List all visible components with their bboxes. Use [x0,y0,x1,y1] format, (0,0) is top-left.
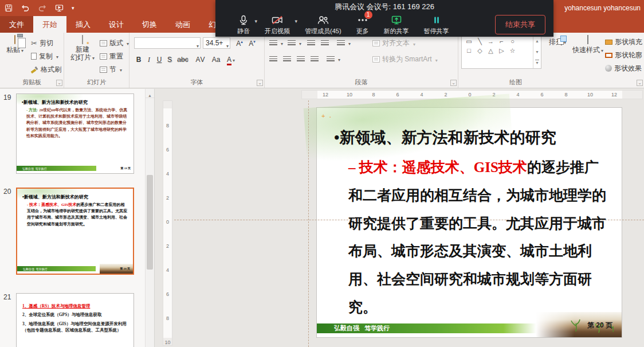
thumbnail-scrollbar[interactable] [145,89,154,347]
tab-design[interactable]: 设计 [100,16,133,33]
reset-button[interactable]: 重置 [100,50,123,62]
align-text-button[interactable]: 对齐文本 [372,38,415,48]
elbow-connector-icon[interactable]: ⌐ [498,38,505,45]
section-dropdown-icon[interactable] [119,65,122,73]
bullets-button[interactable] [269,37,283,49]
end-share-button[interactable]: 结束共享 [495,15,545,34]
change-case-button[interactable]: Aa [210,54,222,65]
underline-button[interactable]: U [155,54,164,65]
scroll-up-icon[interactable] [146,89,154,98]
layout-dropdown-icon[interactable] [125,39,129,47]
format-painter-button[interactable]: 格式刷 [31,64,61,75]
numbering-dropdown-icon[interactable] [298,39,301,47]
tab-insert[interactable]: 插入 [66,16,100,33]
shapes-gallery[interactable]: ▭ ╲ → ⌐ ○ □ ◇ △ ▷ ☆ [461,36,541,69]
text-shadow-button[interactable]: S [165,54,174,65]
tab-file[interactable]: 文件 [0,16,33,33]
slide-thumbnail-20[interactable]: •新领域、新方法和新技术的研究 - 技术：遥感技术、GIS技术的逐步推广和二者应… [16,188,134,275]
copy-dropdown-icon[interactable] [55,52,58,60]
line-shape-icon[interactable]: ╲ [476,38,484,45]
font-color-button[interactable]: A [226,54,236,65]
right-triangle-shape-icon[interactable]: ▷ [498,47,505,54]
align-text-dropdown-icon[interactable] [412,40,415,48]
copy-button[interactable]: 复制 [31,50,58,62]
character-spacing-button[interactable]: AV [194,54,207,65]
pause-share-button[interactable]: 暂停共享 [424,14,449,36]
line-spacing-button[interactable] [337,37,351,49]
slide-title-textbox[interactable]: •新领域、新方法和新技术的研究 [334,127,556,148]
convert-smartart-button[interactable]: 转换为 SmartArt [372,54,438,64]
columns-button[interactable] [327,53,340,65]
guide-vertical[interactable] [308,100,309,347]
new-slide-dropdown-icon[interactable] [91,53,95,61]
tab-animations[interactable]: 动画 [166,16,199,33]
undo-button[interactable] [21,4,30,12]
start-video-button[interactable]: 开启视频 [265,14,290,36]
align-right-button[interactable] [297,53,305,65]
section-button[interactable]: 节 [100,64,122,75]
manage-members-button[interactable]: 管理成员(45) [305,14,341,36]
shape-fill-button[interactable]: 形状填充 [605,36,644,48]
arrow-shape-icon[interactable]: → [487,38,494,45]
video-dropdown-icon[interactable] [294,17,297,24]
smartart-dropdown-icon[interactable] [434,56,438,64]
slide-thumbnail-21[interactable]: 1、遥感（RS）技术与地理信息管理 2、全球定位系统（GPS）与地理信息获取 3… [16,293,134,347]
shape-outline-button[interactable]: 形状轮廓 [605,49,644,61]
increase-font-size-button[interactable]: A [234,36,245,48]
font-name-dropdown-icon[interactable] [195,40,199,52]
mute-button[interactable]: 静音 [237,14,250,36]
tab-home[interactable]: 开始 [33,16,66,33]
line-spacing-dropdown-icon[interactable] [347,39,351,47]
italic-button[interactable]: I [144,54,154,65]
diamond-shape-icon[interactable]: ◇ [476,47,484,54]
slide-canvas[interactable]: •新领域、新方法和新技术的研究 – 技术：遥感技术、GIS技术的逐步推广和二者应… [317,108,622,337]
shape-effects-button[interactable]: 形状效果 [605,63,644,74]
font-color-dropdown-icon[interactable] [231,56,235,64]
align-center-button[interactable] [283,53,291,65]
columns-dropdown-icon[interactable] [337,55,340,63]
star-shape-icon[interactable]: ☆ [509,47,516,54]
new-share-button[interactable]: 新的共享 [384,14,409,36]
clipboard-dialog-launcher[interactable] [56,80,62,86]
numbering-button[interactable] [288,37,301,49]
customize-toolbar-icon[interactable] [72,5,74,11]
start-slideshow-button[interactable] [55,4,64,12]
slide-thumbnail-19[interactable]: •新领域、新方法和新技术的研究 - 方法: 20世纪60年代以来，数量方法、系统… [16,93,134,174]
font-name-input[interactable] [134,37,201,49]
align-left-button[interactable] [269,53,277,65]
quick-styles-button[interactable]: 快速样式 [572,36,604,55]
more-button[interactable]: 1 更多 [356,14,369,36]
font-dialog-launcher[interactable] [257,80,263,86]
justify-button[interactable] [311,53,319,65]
strikethrough-button[interactable]: abc [175,54,190,65]
mute-dropdown-icon[interactable] [254,17,257,24]
gallery-scroll-down-icon[interactable] [533,47,541,58]
arrange-button[interactable]: 排列 [544,36,571,47]
oval-shape-icon[interactable]: ○ [509,38,516,45]
font-size-dropdown-icon[interactable] [225,40,229,52]
gallery-scroll-up-icon[interactable] [533,36,541,47]
paste-button[interactable]: 粘贴 [2,36,28,55]
gallery-more-icon[interactable] [533,57,541,68]
rectangle-shape-icon[interactable]: ▭ [465,38,473,45]
increase-indent-button[interactable] [321,37,329,49]
new-slide-button[interactable]: 新建幻灯片 [68,36,97,62]
bold-button[interactable]: B [134,54,143,65]
paragraph-dialog-launcher[interactable] [450,80,457,86]
decrease-font-size-button[interactable]: A [246,36,258,48]
save-button[interactable] [5,4,13,12]
layout-button[interactable]: 版式 [100,37,129,49]
font-size-input[interactable]: 34.5+ [203,37,230,49]
tab-transitions[interactable]: 切换 [133,16,166,33]
decrease-indent-button[interactable] [307,37,315,49]
cut-button[interactable]: 剪切 [31,37,53,49]
account-name[interactable]: yohancesun yohancesun [564,0,641,16]
triangle-shape-icon[interactable]: △ [487,47,494,54]
bullets-dropdown-icon[interactable] [280,39,283,47]
scrollbar-thumb[interactable] [147,175,153,270]
slide-body-textbox[interactable]: – 技术：遥感技术、GIS技术的逐步推广和二者应用的相互结合，为城市地理学的研究… [348,154,612,322]
quick-styles-dropdown-icon[interactable] [600,46,603,54]
square-shape-icon[interactable]: □ [465,47,473,54]
redo-button[interactable] [38,4,47,12]
drawing-dialog-launcher[interactable] [637,80,643,86]
